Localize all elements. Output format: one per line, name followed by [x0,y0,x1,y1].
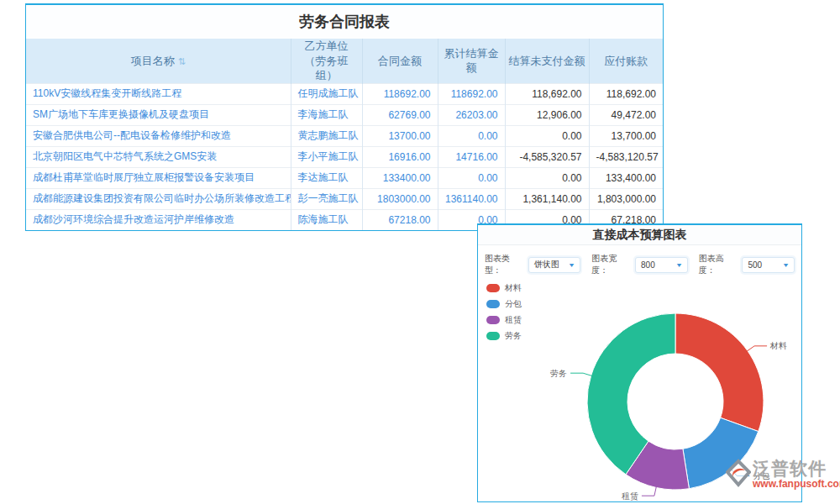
cell-payable: 49,472.00 [589,104,663,125]
cell-payable: 133,400.00 [589,167,663,188]
table-row: 成都能源建设集团投资有限公司临时办公场所装修改造工程EPC彭一亮施工队18030… [26,188,663,209]
cell-project[interactable]: 成都能源建设集团投资有限公司临时办公场所装修改造工程EPC [26,188,291,209]
pie-label-labor: 劳务 [550,369,567,378]
cell-settled: 0.00 [438,167,505,188]
cell-contract: 62769.00 [362,104,438,125]
column-header-settled-amount: 累计结算金额 [438,39,505,83]
legend-chip [486,332,500,340]
legend-item-labor[interactable]: 劳务 [486,332,522,340]
cell-project[interactable]: SM广场地下车库更换摄像机及硬盘项目 [26,104,291,125]
cell-project[interactable]: 成都杜甫草堂临时展厅独立展柜报警设备安装项目 [26,167,291,188]
cell-contract: 13700.00 [362,125,438,146]
report-header-row: 项目名称⇅ 乙方单位（劳务班组） 合同金额 累计结算金额 结算未支付金额 应付账… [26,39,663,83]
cell-project[interactable]: 110kV安徽线程集变开断线路工程 [26,83,291,104]
report-table-body: 110kV安徽线程集变开断线路工程任明成施工队118692.00118692.0… [26,83,663,230]
watermark-url: www.fanpusoft.com [753,479,840,489]
watermark-brand: 泛普软件 [753,459,840,479]
cell-payable: 1,803,000.00 [589,188,663,209]
cell-settled: 1361140.00 [438,188,505,209]
legend-item-rental[interactable]: 租赁 [486,316,522,324]
column-header-project-label: 项目名称 [131,55,175,67]
cell-payable: -4,583,120.57 [589,146,663,167]
cell-contract: 133400.00 [362,167,438,188]
cell-settled: 0.00 [438,125,505,146]
pie-label-line [747,346,767,351]
cell-unit[interactable]: 李小平施工队 [291,146,362,167]
legend-label: 劳务 [505,332,522,340]
legend-label: 分包 [505,300,522,308]
column-header-unit: 乙方单位（劳务班组） [291,39,362,83]
labor-contract-report-panel: 劳务合同报表 项目名称⇅ 乙方单位（劳务班组） 合同金额 累计结算金额 结算未支… [25,3,664,231]
cell-project[interactable]: 成都沙河环境综合提升改造运河护岸维修改造 [26,209,291,230]
cell-payable: 118,692.00 [589,83,663,104]
chart-legend: 材料分包租赁劳务 [486,284,522,348]
cell-payable: 13,700.00 [589,125,663,146]
cell-unpaid: 1,361,140.00 [505,188,589,209]
cell-contract: 16916.00 [362,146,438,167]
cell-unit[interactable]: 彭一亮施工队 [291,188,362,209]
cell-settled: 118692.00 [438,83,505,104]
cell-unit[interactable]: 李达施工队 [291,167,362,188]
cell-unpaid: -4,585,320.57 [505,146,589,167]
column-header-unpaid-amount: 结算未支付金额 [505,39,589,83]
cell-contract: 118692.00 [362,83,438,104]
table-row: 安徽合肥供电公司--配电设备检修维护和改造黄志鹏施工队13700.000.000… [26,125,663,146]
column-header-project[interactable]: 项目名称⇅ [26,39,291,83]
watermark: 泛普软件 www.fanpusoft.com [726,459,840,492]
pie-label-material: 材料 [769,341,787,350]
legend-chip [486,300,500,308]
cell-settled: 26203.00 [438,104,505,125]
cell-unit[interactable]: 李海施工队 [291,104,362,125]
cell-unpaid: 118,692.00 [505,83,589,104]
legend-chip [486,284,500,292]
cell-unpaid: 0.00 [505,167,589,188]
legend-item-subcontract[interactable]: 分包 [486,300,522,308]
report-title: 劳务合同报表 [26,5,663,39]
cell-project[interactable]: 北京朝阳区电气中芯特气系统之GMS安装 [26,146,291,167]
cell-contract: 1803000.00 [362,188,438,209]
cell-unit[interactable]: 黄志鹏施工队 [291,125,362,146]
pie-label-rental: 租赁 [622,491,638,501]
table-row: 北京朝阳区电气中芯特气系统之GMS安装李小平施工队16916.0014716.0… [26,146,663,167]
cell-unit[interactable]: 任明成施工队 [291,83,362,104]
cell-unpaid: 12,906.00 [505,104,589,125]
cell-settled: 14716.00 [438,146,505,167]
pie-slice-material[interactable] [675,313,764,432]
table-row: 成都杜甫草堂临时展厅独立展柜报警设备安装项目李达施工队133400.000.00… [26,167,663,188]
report-table: 项目名称⇅ 乙方单位（劳务班组） 合同金额 累计结算金额 结算未支付金额 应付账… [26,39,663,230]
sort-icon[interactable]: ⇅ [178,56,186,66]
cell-unit[interactable]: 陈海施工队 [291,209,362,230]
legend-item-material[interactable]: 材料 [486,284,522,292]
cell-project[interactable]: 安徽合肥供电公司--配电设备检修维护和改造 [26,125,291,146]
table-row: 110kV安徽线程集变开断线路工程任明成施工队118692.00118692.0… [26,83,663,104]
cell-unpaid: 0.00 [505,125,589,146]
column-header-payable: 应付账款 [589,39,663,83]
legend-label: 材料 [505,284,522,292]
cell-contract: 67218.00 [362,209,438,230]
legend-chip [486,316,500,324]
legend-label: 租赁 [505,316,522,324]
column-header-contract-amount: 合同金额 [362,39,438,83]
fanpu-logo-icon [726,459,751,492]
table-row: SM广场地下车库更换摄像机及硬盘项目李海施工队62769.0026203.001… [26,104,663,125]
pie-label-line [570,373,592,375]
pie-label-line [642,486,656,496]
